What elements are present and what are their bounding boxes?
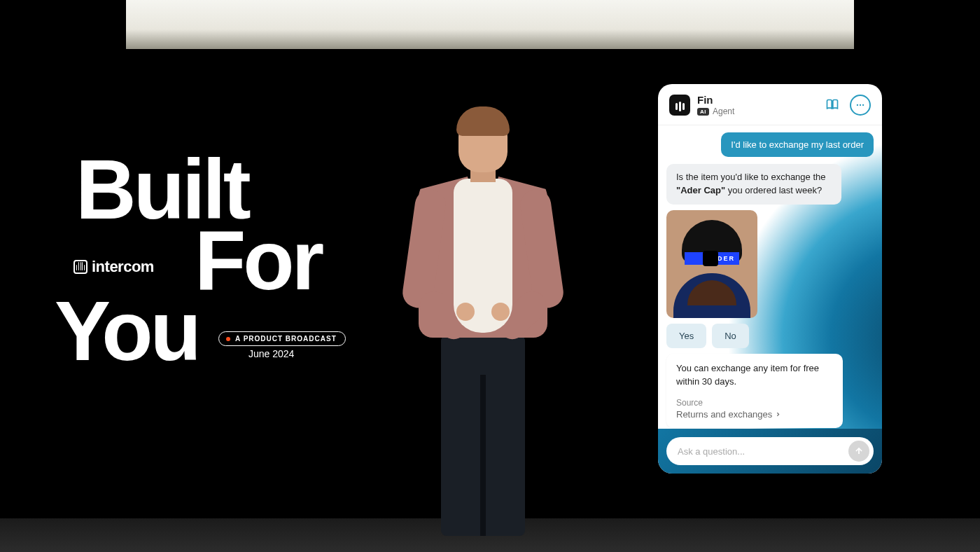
no-button[interactable]: No — [712, 324, 749, 348]
brand-logo: intercom — [74, 258, 154, 276]
chat-widget: Fin AI Agent I'd like to exchange my las… — [658, 84, 882, 474]
yes-button[interactable]: Yes — [666, 324, 706, 348]
fin-avatar-icon — [669, 95, 690, 116]
broadcast-date: June 2024 — [248, 348, 294, 359]
ai-badge: AI — [697, 108, 709, 116]
info-body: You can exchange any item for free withi… — [676, 362, 833, 389]
more-options-icon[interactable] — [850, 95, 871, 116]
bot-message: Is the item you'd like to exchange the "… — [666, 164, 841, 205]
bot-text-bold: "Ader Cap" — [676, 185, 725, 195]
ceiling-light — [126, 0, 854, 49]
source-link[interactable]: Returns and exchanges — [676, 409, 833, 420]
chat-input-area — [658, 429, 882, 474]
bot-text-suffix: you ordered last week? — [725, 185, 822, 195]
info-card: You can exchange any item for free withi… — [666, 354, 843, 429]
title-line-2: For — [195, 225, 349, 296]
agent-role: Agent — [713, 106, 734, 116]
chat-agent-name: Fin — [697, 94, 815, 106]
user-message: I'd like to exchange my last order — [721, 132, 874, 157]
intercom-icon — [74, 260, 88, 274]
svg-point-2 — [862, 104, 864, 106]
chat-input[interactable] — [678, 446, 848, 457]
send-button[interactable] — [848, 441, 869, 462]
bot-text-prefix: Is the item you'd like to exchange the — [676, 172, 826, 182]
chevron-right-icon — [775, 411, 781, 418]
source-link-text: Returns and exchanges — [676, 409, 772, 420]
product-image: ADER — [666, 210, 757, 318]
svg-point-0 — [857, 104, 858, 106]
brand-name: intercom — [92, 258, 154, 276]
chat-input-pill — [666, 437, 874, 465]
source-label: Source — [676, 398, 833, 408]
chat-body: I'd like to exchange my last order Is th… — [658, 125, 882, 429]
live-dot-icon — [226, 337, 230, 341]
broadcast-badge: A PRODUCT BROADCAST — [218, 331, 346, 346]
svg-point-1 — [860, 104, 861, 106]
arrow-up-icon — [854, 446, 864, 456]
option-buttons: Yes No — [666, 324, 874, 348]
chat-header: Fin AI Agent — [658, 84, 882, 125]
presenter-figure — [392, 98, 574, 532]
badge-text: A PRODUCT BROADCAST — [235, 335, 337, 343]
articles-icon[interactable] — [822, 95, 843, 116]
